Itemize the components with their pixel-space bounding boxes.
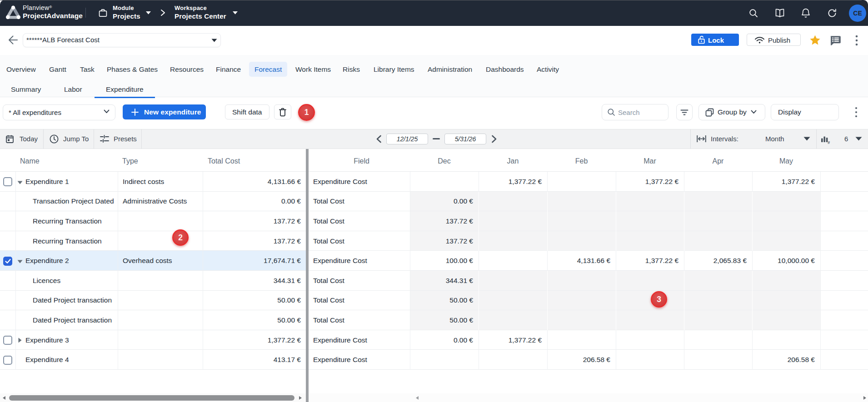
svg-text:#: # (828, 140, 830, 144)
